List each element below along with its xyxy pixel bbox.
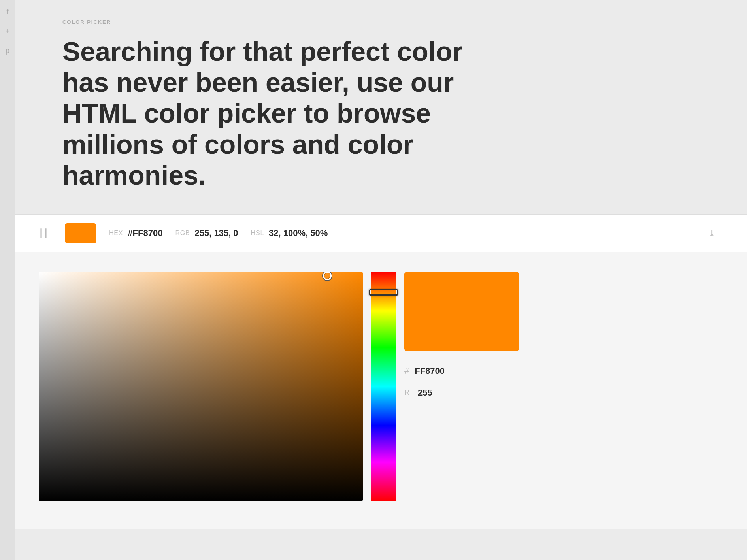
r-input-row: R 255 xyxy=(404,382,531,404)
rgb-group: RGB 255, 135, 0 xyxy=(175,228,238,238)
hex-value: #FF8700 xyxy=(128,228,162,238)
gradient-picker[interactable] xyxy=(39,272,363,501)
r-label: R xyxy=(404,388,412,397)
right-panel: # FF8700 R 255 xyxy=(404,272,531,529)
hue-slider-track[interactable] xyxy=(371,272,396,501)
hsl-group: HSL 32, 100%, 50% xyxy=(251,228,328,238)
hsl-value: 32, 100%, 50% xyxy=(269,228,328,238)
hex-group: HEX #FF8700 xyxy=(109,228,162,238)
pinterest-icon[interactable]: p xyxy=(6,47,9,55)
color-bar-section: ┃┃ HEX #FF8700 RGB 255, 135, 0 HSL 32, 1… xyxy=(15,214,747,252)
hsl-label: HSL xyxy=(251,230,264,237)
hash-symbol: # xyxy=(404,366,409,376)
r-value[interactable]: 255 xyxy=(418,388,432,398)
header-section: COLOR PICKER Searching for that perfect … xyxy=(15,0,747,214)
color-swatch-bar[interactable] xyxy=(65,223,96,243)
facebook-icon[interactable]: f xyxy=(6,8,8,16)
stats-icon: ┃┃ xyxy=(39,228,48,238)
picker-cursor[interactable] xyxy=(323,272,332,280)
rgb-label: RGB xyxy=(175,230,190,237)
hero-title: Searching for that perfect color has nev… xyxy=(62,36,497,190)
rgb-value: 255, 135, 0 xyxy=(194,228,238,238)
hue-thumb[interactable] xyxy=(369,289,398,296)
hue-slider-container[interactable] xyxy=(371,272,396,501)
hex-label: HEX xyxy=(109,230,123,237)
page-label: COLOR PICKER xyxy=(62,19,715,25)
hex-display-value[interactable]: FF8700 xyxy=(415,366,445,376)
color-preview-large xyxy=(404,272,519,351)
picker-section: # FF8700 R 255 xyxy=(15,252,747,529)
download-icon[interactable]: ⤓ xyxy=(708,228,715,238)
googleplus-icon[interactable]: + xyxy=(6,27,10,36)
hex-input-row: # FF8700 xyxy=(404,360,531,382)
social-sidebar: f + p xyxy=(0,0,15,560)
